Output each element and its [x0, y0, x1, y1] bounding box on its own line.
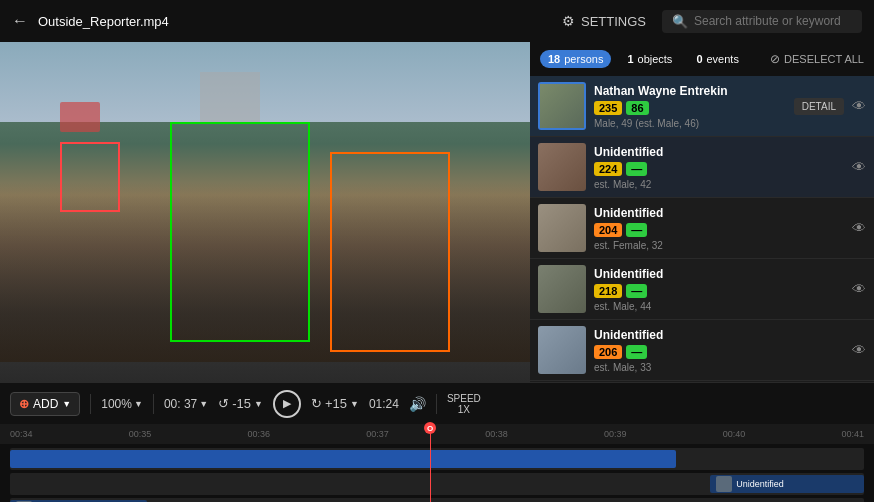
person-item[interactable]: Unidentified 204 — est. Female, 32 👁 [530, 198, 874, 259]
track-thumb [716, 476, 732, 492]
settings-label: SETTINGS [581, 14, 646, 29]
score-primary-5: 206 [594, 345, 622, 359]
events-count: 0 [696, 53, 702, 65]
person-meta-1: Male, 49 (est. Male, 46) [594, 118, 794, 129]
persons-count: 18 [548, 53, 560, 65]
skip-back-icon: ↺ [218, 396, 229, 411]
person-actions-5: 👁 [852, 342, 866, 358]
skip-back-button[interactable]: ↺ -15 ▼ [218, 396, 263, 411]
score-secondary-4: — [626, 284, 647, 298]
speed-value: 1X [458, 404, 470, 415]
deselect-icon: ⊘ [770, 52, 780, 66]
deselect-all-button[interactable]: ⊘ DESELECT ALL [770, 52, 864, 66]
zoom-chevron-icon: ▼ [134, 399, 143, 409]
timecode-right-dropdown[interactable]: 01:24 [369, 397, 399, 411]
volume-icon[interactable]: 🔊 [409, 396, 426, 412]
person-info-2: Unidentified 224 — est. Male, 42 [594, 145, 852, 190]
person-scores-3: 204 — [594, 223, 852, 237]
person-name-4: Unidentified [594, 267, 852, 281]
person-item[interactable]: Unidentified 206 — est. Male, 33 👁 [530, 320, 874, 381]
search-input[interactable] [694, 14, 852, 28]
person-name-3: Unidentified [594, 206, 852, 220]
eye-icon-4[interactable]: 👁 [852, 281, 866, 297]
person-info-3: Unidentified 204 — est. Female, 32 [594, 206, 852, 251]
ruler-mark: 00:40 [723, 429, 746, 439]
divider-1 [90, 394, 91, 414]
person-info-1: Nathan Wayne Entrekin 235 86 Male, 49 (e… [594, 84, 794, 129]
person-actions-1: DETAIL 👁 [794, 98, 866, 115]
ruler-mark: 00:41 [841, 429, 864, 439]
score-secondary-5: — [626, 345, 647, 359]
track-label: Unidentified [736, 479, 784, 489]
person-item[interactable]: Unidentified 218 — est. Male, 44 👁 [530, 259, 874, 320]
track-segment [10, 450, 676, 468]
person-actions-3: 👁 [852, 220, 866, 236]
ruler-mark: 00:37 [366, 429, 389, 439]
person-actions-4: 👁 [852, 281, 866, 297]
skip-forward-chevron-icon: ▼ [350, 399, 359, 409]
timeline-track-1[interactable] [10, 448, 864, 470]
add-label: ADD [33, 397, 58, 411]
ruler-mark: 00:38 [485, 429, 508, 439]
skip-back-label: -15 [232, 396, 251, 411]
score-primary-4: 218 [594, 284, 622, 298]
video-frame [0, 42, 530, 382]
objects-label: objects [638, 53, 673, 65]
person-scores-2: 224 — [594, 162, 852, 176]
person-scores-4: 218 — [594, 284, 852, 298]
score-secondary-2: — [626, 162, 647, 176]
skip-forward-label: +15 [325, 396, 347, 411]
search-icon: 🔍 [672, 14, 688, 29]
playhead-marker: O [424, 422, 436, 434]
tab-objects[interactable]: 1 objects [619, 50, 680, 68]
back-icon[interactable]: ← [12, 12, 28, 30]
detail-button-1[interactable]: DETAIL [794, 98, 844, 115]
persons-label: persons [564, 53, 603, 65]
sidebar: 18 persons 1 objects 0 events ⊘ DESELECT… [530, 42, 874, 382]
eye-icon-5[interactable]: 👁 [852, 342, 866, 358]
person-item[interactable]: Unidentified 224 — est. Male, 42 👁 [530, 137, 874, 198]
zoom-dropdown[interactable]: 100% ▼ [101, 397, 143, 411]
search-bar[interactable]: 🔍 [662, 10, 862, 33]
add-button[interactable]: ⊕ ADD ▼ [10, 392, 80, 416]
ruler-marks: 00:34 00:35 00:36 00:37 00:38 00:39 00:4… [10, 429, 864, 439]
tab-persons[interactable]: 18 persons [540, 50, 611, 68]
person-item[interactable]: Nathan Wayne Entrekin 235 86 Male, 49 (e… [530, 76, 874, 137]
person-thumb-2 [538, 143, 586, 191]
score-primary-1: 235 [594, 101, 622, 115]
eye-icon-3[interactable]: 👁 [852, 220, 866, 236]
person-meta-4: est. Male, 44 [594, 301, 852, 312]
divider-2 [153, 394, 154, 414]
timeline-tracks: Unidentified Unidentified [0, 444, 874, 502]
ruler-mark: 00:34 [10, 429, 33, 439]
plus-icon: ⊕ [19, 397, 29, 411]
person-meta-3: est. Female, 32 [594, 240, 852, 251]
settings-button[interactable]: ⚙ SETTINGS [562, 13, 646, 29]
timeline-playhead[interactable]: O [430, 424, 431, 444]
divider-3 [436, 394, 437, 414]
playback-controls: ⊕ ADD ▼ 100% ▼ 00: 37 ▼ ↺ -15 ▼ ▶ ↻ +15 … [0, 382, 874, 424]
timecode-left-dropdown[interactable]: 00: 37 ▼ [164, 397, 208, 411]
track-playhead-line-2 [430, 473, 431, 495]
skip-back-chevron-icon: ▼ [254, 399, 263, 409]
timeline-track-3[interactable]: Unidentified [10, 498, 864, 502]
deselect-label: DESELECT ALL [784, 53, 864, 65]
person-name-5: Unidentified [594, 328, 852, 342]
person-face-1 [538, 82, 586, 130]
person-face-2 [538, 143, 586, 191]
tab-events[interactable]: 0 events [688, 50, 747, 68]
person-thumb-4 [538, 265, 586, 313]
timeline-ruler: 00:34 00:35 00:36 00:37 00:38 00:39 00:4… [0, 424, 874, 444]
person-face-4 [538, 265, 586, 313]
skip-forward-button[interactable]: ↻ +15 ▼ [311, 396, 359, 411]
timecode-left-value: 00: 37 [164, 397, 197, 411]
timeline-area: 00:34 00:35 00:36 00:37 00:38 00:39 00:4… [0, 424, 874, 502]
video-title: Outside_Reporter.mp4 [38, 14, 169, 29]
track-playhead-line-1 [430, 448, 431, 470]
skip-forward-icon: ↻ [311, 396, 322, 411]
timeline-track-2[interactable]: Unidentified [10, 473, 864, 495]
video-area [0, 42, 530, 382]
play-button[interactable]: ▶ [273, 390, 301, 418]
eye-icon-2[interactable]: 👁 [852, 159, 866, 175]
eye-icon-1[interactable]: 👁 [852, 98, 866, 114]
